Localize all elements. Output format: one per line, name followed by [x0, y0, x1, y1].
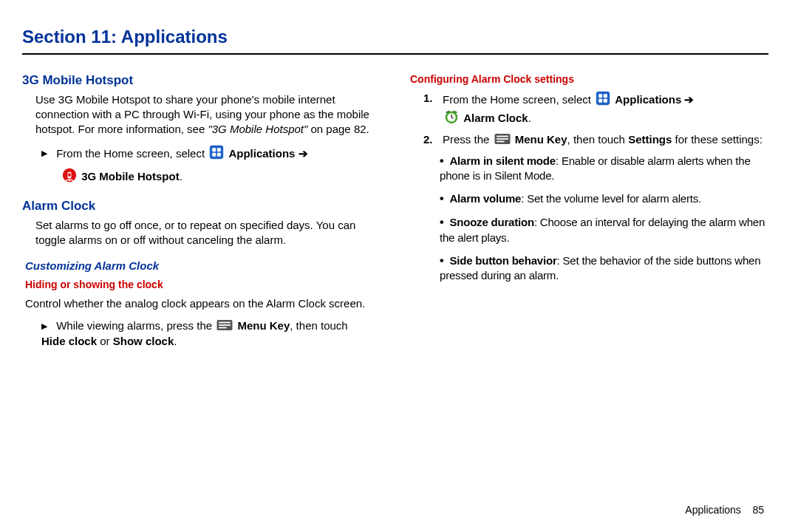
list-item: Side button behavior: Set the behavior o… [440, 253, 768, 284]
label-alarm-clock: Alarm Clock [463, 112, 528, 124]
text: , then touch [290, 319, 347, 332]
heading-alarm: Alarm Clock [22, 198, 381, 215]
text: While viewing alarms, press the [56, 319, 215, 332]
step-2: 2. Press the Menu Key, then touch Settin… [410, 132, 768, 148]
alarm-para: Set alarms to go off once, or to repeat … [22, 218, 381, 248]
content-columns: 3G Mobile Hotspot Use 3G Mobile Hotspot … [22, 68, 768, 356]
setting-name: Alarm volume [449, 192, 521, 205]
subheading-configuring: Configuring Alarm Clock settings [410, 72, 768, 86]
apps-icon [209, 145, 224, 163]
menu-icon [216, 319, 233, 334]
text: for these settings: [672, 133, 763, 146]
step-body: Press the Menu Key, then touch Settings … [443, 132, 763, 148]
text: , then touch [567, 133, 629, 146]
list-item: Alarm volume: Set the volume level for a… [440, 191, 768, 207]
text: . [528, 112, 531, 124]
left-column: 3G Mobile Hotspot Use 3G Mobile Hotspot … [22, 68, 381, 356]
text: on page 82. [307, 123, 369, 135]
heading-hotspot: 3G Mobile Hotspot [22, 72, 381, 89]
hiding-step: While viewing alarms, press the Menu Key… [22, 318, 381, 349]
list-item: Snooze duration: Choose an interval for … [440, 214, 768, 245]
page-footer: Applications 85 [685, 504, 764, 516]
setting-name: Side button behavior [449, 254, 556, 267]
label-show-clock: Show clock [113, 335, 174, 347]
label-hide-clock: Hide clock [41, 335, 97, 347]
label-menu-key: Menu Key [515, 133, 567, 146]
menu-icon [494, 133, 511, 148]
text: or [97, 335, 113, 347]
hotspot-step: From the Home screen, select Application… [22, 145, 381, 163]
text: . [174, 335, 177, 347]
step-number: 2. [423, 132, 437, 148]
subheading-hiding: Hiding or showing the clock [22, 278, 381, 292]
footer-label: Applications [685, 504, 741, 516]
text: From the Home screen, select [443, 92, 594, 105]
list-item: Alarm in silent mode: Enable or disable … [440, 153, 768, 184]
section-title: Section 11: Applications [22, 27, 768, 47]
hiding-para: Control whether the analog clock appears… [22, 296, 381, 311]
text: Press the [443, 133, 493, 146]
hotspot-icon [62, 168, 77, 186]
step-1: 1. From the Home screen, select Applicat… [410, 91, 768, 129]
step-body: From the Home screen, select Application… [443, 91, 694, 129]
horizontal-rule [22, 53, 768, 55]
setting-name: Alarm in silent mode [449, 154, 556, 167]
subheading-customizing: Customizing Alarm Clock [22, 259, 381, 273]
label-applications: Applications [228, 146, 295, 159]
label-applications: Applications [615, 92, 681, 105]
label-settings: Settings [628, 133, 672, 146]
hotspot-para: Use 3G Mobile Hotspot to share your phon… [22, 92, 381, 137]
step-number: 1. [423, 91, 437, 129]
setting-name: Snooze duration [449, 216, 534, 228]
footer-page: 85 [752, 504, 764, 516]
text: . [180, 170, 183, 183]
arrow: ➔ [681, 92, 694, 105]
arrow: ➔ [295, 146, 307, 159]
text-italic: "3G Mobile Hotspot" [208, 123, 307, 135]
text: From the Home screen, select [56, 146, 208, 159]
hotspot-step-line2: 3G Mobile Hotspot. [22, 168, 381, 186]
label-menu-key: Menu Key [237, 319, 290, 332]
clock-icon [444, 109, 459, 128]
apps-icon [596, 91, 610, 109]
label-hotspot: 3G Mobile Hotspot [81, 170, 180, 183]
setting-desc: : Set the volume level for alarm alerts. [521, 192, 701, 205]
settings-list: Alarm in silent mode: Enable or disable … [410, 153, 768, 284]
right-column: Configuring Alarm Clock settings 1. From… [410, 68, 768, 356]
